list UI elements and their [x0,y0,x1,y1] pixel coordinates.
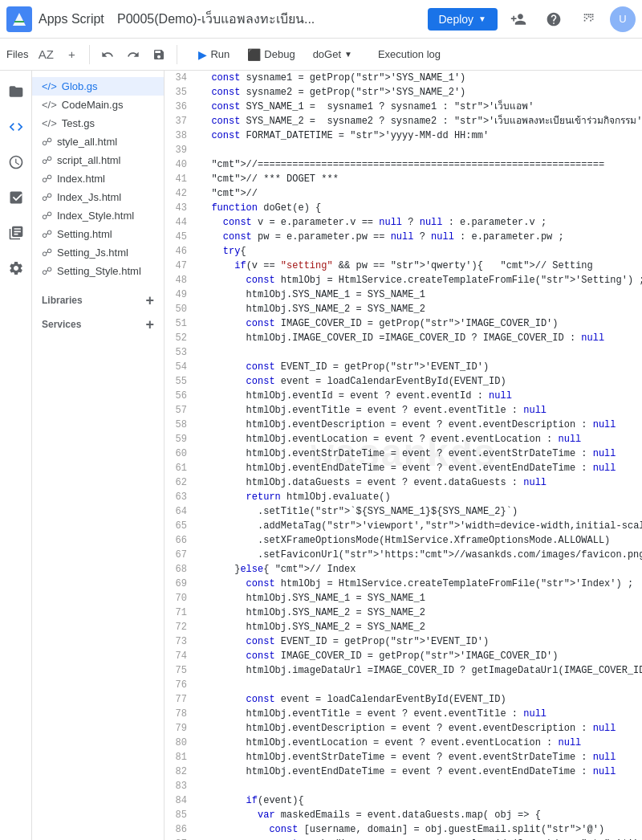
line-content[interactable]: htmlObj.eventStrDateTime = event ? event… [197,750,616,765]
file-item[interactable]: ☍Setting.html [32,225,164,243]
line-content[interactable]: .setXFrameOptionsMode(HtmlService.Xframe… [197,533,610,548]
file-item[interactable]: ☍Index_Js.html [32,188,164,206]
line-content[interactable]: htmlObj.eventEndDateTime = event ? event… [197,461,616,475]
line-content[interactable]: const v = e.parameter.v == null ? null :… [197,215,547,230]
run-button[interactable]: ▶ Run [190,45,238,64]
line-content[interactable]: htmlObj.eventStrDateTime = event ? event… [197,447,616,461]
line-content[interactable]: .setFaviconUrl("str">'https:"cmt">//wasa… [197,548,642,562]
line-content[interactable]: htmlObj.SYS_NAME_2 = SYS_NAME_2 [197,606,425,620]
line-content[interactable]: function doGet(e) { [197,201,321,215]
line-content[interactable]: const maskedUsername = username.replace(… [197,837,639,840]
line-content[interactable] [197,143,200,157]
file-item[interactable]: ☍style_all.html [32,133,164,151]
line-content[interactable]: const IMAGE_COVER_ID = getProp("str">'IM… [197,316,559,331]
line-content[interactable]: if(event){ [197,793,304,808]
file-item[interactable]: ☍script_all.html [32,151,164,169]
line-content[interactable]: "cmt">//================================… [197,157,604,172]
line-content[interactable]: htmlObj.eventDescription = event ? event… [197,721,616,736]
line-number: 78 [165,707,197,721]
sidebar-icon-code[interactable] [2,112,30,141]
line-content[interactable]: htmlObj.IMAGE_COVER_ID =IMAGE_COVER_ID ?… [197,331,604,345]
line-content[interactable]: htmlObj.imageDataUrl =IMAGE_COVER_ID ? g… [197,663,642,678]
add-file-button[interactable]: + [60,43,83,66]
line-content[interactable]: var maskedEmails = event.dataGuests.map(… [197,808,541,822]
undo-button[interactable] [96,43,119,66]
line-number: 46 [165,244,197,259]
line-content[interactable]: const event = loadCalendarEventById(EVEN… [197,692,506,707]
apps-grid-button[interactable] [575,5,603,34]
line-content[interactable]: htmlObj.SYS_NAME_2 = SYS_NAME_2 [197,302,425,316]
line-content[interactable]: const IMAGE_COVER_ID = getProp("str">'IM… [197,649,559,663]
line-content[interactable]: const [username, domain] = obj.guestEmai… [197,822,604,837]
table-row: 47 if(v == "setting" && pw == "str">'qwe… [165,259,642,273]
redo-button[interactable] [122,43,144,66]
line-content[interactable]: return htmlObj.evaluate() [197,490,391,504]
line-content[interactable]: htmlObj.eventLocation = event ? event.ev… [197,736,581,750]
line-content[interactable]: const pw = e.parameter.pw == null ? null… [197,230,564,244]
file-item[interactable]: </>Glob.gs [32,77,164,96]
line-content[interactable] [197,345,200,360]
line-content[interactable]: const SYS_NAME_1 = sysname1 ? sysname1 :… [197,100,534,114]
table-row: 43 function doGet(e) { [165,201,642,215]
line-content[interactable]: const sysname1 = getProp("str">'SYS_NAME… [197,71,465,85]
line-content[interactable]: "cmt">// *** DOGET *** [197,172,339,186]
az-sort-button[interactable]: AZ [35,43,57,66]
line-content[interactable]: const EVENT_ID = getProp("str">'EVENT_ID… [197,360,489,374]
line-content[interactable]: htmlObj.eventDescription = event ? event… [197,418,616,432]
help-button[interactable] [539,5,568,34]
line-content[interactable]: const sysname2 = getProp("str">'SYS_NAME… [197,85,465,100]
line-number: 42 [165,186,197,201]
line-content[interactable]: try{ [197,244,246,259]
line-content[interactable]: const SYS_NAME_2 = sysname2 ? sysname2 :… [197,114,642,128]
line-content[interactable]: const event = loadCalendarEventById(EVEN… [197,374,506,389]
add-library-button[interactable]: + [145,293,154,308]
line-content[interactable]: const FORMAT_DATETIME = "str">'yyyy-MM-d… [197,128,489,143]
file-item[interactable]: ☍Index.html [32,169,164,188]
line-content[interactable]: htmlObj.eventEndDateTime = event ? event… [197,765,616,779]
sidebar-icon-libraries[interactable] [2,218,30,247]
sidebar-icon-files[interactable] [2,77,30,106]
sidebar-icon-triggers[interactable] [2,148,30,177]
line-number: 41 [165,172,197,186]
code-editor[interactable]: wasankds 34 const sysname1 = getProp("st… [165,71,642,840]
line-content[interactable]: htmlObj.SYS_NAME_1 = SYS_NAME_1 [197,287,425,302]
add-service-button[interactable]: + [145,317,154,332]
line-content[interactable] [197,779,200,793]
file-item[interactable]: ☍Setting_Style.html [32,262,164,280]
libraries-section-header[interactable]: Libraries + [32,287,164,311]
execution-log-button[interactable]: Execution log [370,45,449,63]
deploy-button[interactable]: Deploy ▼ [428,8,498,31]
add-collaborator-button[interactable] [504,5,533,34]
line-content[interactable]: htmlObj.SYS_NAME_2 = SYS_NAME_2 [197,620,425,634]
table-row: 38 const FORMAT_DATETIME = "str">'yyyy-M… [165,128,642,143]
sidebar-icon-executions[interactable] [2,183,30,212]
line-content[interactable]: "cmt">// [197,186,258,201]
save-button[interactable] [148,43,170,66]
line-content[interactable]: const htmlObj = HtmlService.createTempla… [197,577,633,591]
line-content[interactable]: if(v == "setting" && pw == "str">'qwerty… [197,259,593,273]
table-row: 61 htmlObj.eventEndDateTime = event ? ev… [165,461,642,475]
line-content[interactable]: .addMetaTag("str">'viewport',"str">'widt… [197,519,642,533]
line-content[interactable] [197,678,200,692]
function-selector[interactable]: doGet ▼ [305,45,360,63]
line-content[interactable]: }else{ "cmt">// Index [197,562,356,577]
sidebar-icon-settings[interactable] [2,254,30,283]
debug-button[interactable]: ⬛ Debug [239,45,303,64]
line-content[interactable]: htmlObj.eventLocation = event ? event.ev… [197,432,581,447]
file-item[interactable]: </>Test.gs [32,114,164,133]
services-section-header[interactable]: Services + [32,311,164,335]
file-item[interactable]: ☍Index_Style.html [32,206,164,225]
line-content[interactable]: .setTitle("str">`${SYS_NAME_1}${SYS_NAME… [197,504,518,519]
file-item[interactable]: </>CodeMain.gs [32,96,164,114]
line-content[interactable]: htmlObj.eventId = event ? event.eventId … [197,389,512,403]
file-item[interactable]: ☍Setting_Js.html [32,243,164,262]
line-content[interactable]: const EVENT_ID = getProp("str">'EVENT_ID… [197,634,489,649]
line-content[interactable]: htmlObj.dataGuests = event ? event.dataG… [197,475,547,490]
line-number: 35 [165,85,197,100]
line-number: 51 [165,316,197,331]
avatar[interactable]: U [610,6,636,32]
line-content[interactable]: htmlObj.eventTitle = event ? event.event… [197,707,547,721]
line-content[interactable]: const htmlObj = HtmlService.createTempla… [197,273,642,287]
line-content[interactable]: htmlObj.eventTitle = event ? event.event… [197,403,547,418]
line-content[interactable]: htmlObj.SYS_NAME_1 = SYS_NAME_1 [197,591,425,606]
